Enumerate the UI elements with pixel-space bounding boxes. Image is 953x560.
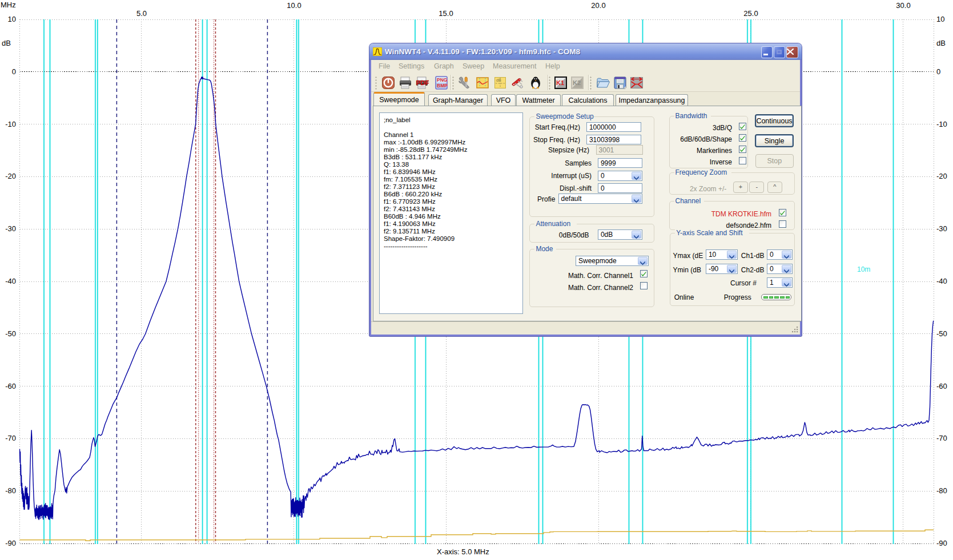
svg-text:-30: -30 [5, 224, 16, 233]
svg-text:-50: -50 [936, 329, 947, 338]
svg-text:BMP: BMP [437, 83, 448, 88]
svg-text:10m: 10m [857, 265, 870, 273]
svg-text:10: 10 [936, 15, 944, 23]
svg-text:-30: -30 [936, 224, 947, 233]
svg-text:dB: dB [496, 78, 501, 82]
svg-text:-70: -70 [5, 434, 16, 442]
svg-text:dB: dB [936, 39, 946, 47]
svg-text:-80: -80 [936, 486, 947, 495]
svg-text:-60: -60 [936, 382, 947, 390]
svg-text:K2: K2 [573, 79, 581, 86]
svg-text:-90: -90 [936, 539, 947, 547]
svg-text:-70: -70 [936, 434, 947, 442]
svg-text:K1: K1 [556, 79, 564, 86]
svg-text:-10: -10 [936, 120, 947, 128]
svg-text:PNG: PNG [437, 77, 448, 83]
svg-text:PDF: PDF [416, 79, 429, 86]
svg-text:25.0: 25.0 [743, 9, 758, 18]
svg-text:-80: -80 [5, 486, 16, 495]
svg-text:MHz: MHz [1, 1, 16, 9]
svg-text:0: 0 [12, 67, 16, 76]
svg-text:X-axis: 5.0 MHz: X-axis: 5.0 MHz [437, 547, 489, 556]
svg-text:30.0: 30.0 [896, 1, 910, 10]
svg-text:10: 10 [8, 15, 16, 23]
svg-text:0: 0 [936, 67, 940, 76]
svg-text:-50: -50 [5, 329, 16, 338]
svg-text:-20: -20 [5, 172, 16, 180]
svg-text:5.0: 5.0 [136, 9, 147, 18]
svg-text:-90: -90 [5, 539, 16, 547]
svg-text:-60: -60 [5, 382, 16, 390]
svg-text:-20: -20 [936, 172, 947, 180]
svg-text:dB: dB [2, 39, 11, 47]
svg-text:10.0: 10.0 [287, 1, 301, 10]
svg-text:-10: -10 [5, 120, 16, 128]
svg-text:-40: -40 [936, 277, 947, 285]
svg-text:15.0: 15.0 [439, 9, 453, 18]
svg-text:20.0: 20.0 [591, 1, 605, 10]
svg-text:-40: -40 [5, 277, 16, 285]
